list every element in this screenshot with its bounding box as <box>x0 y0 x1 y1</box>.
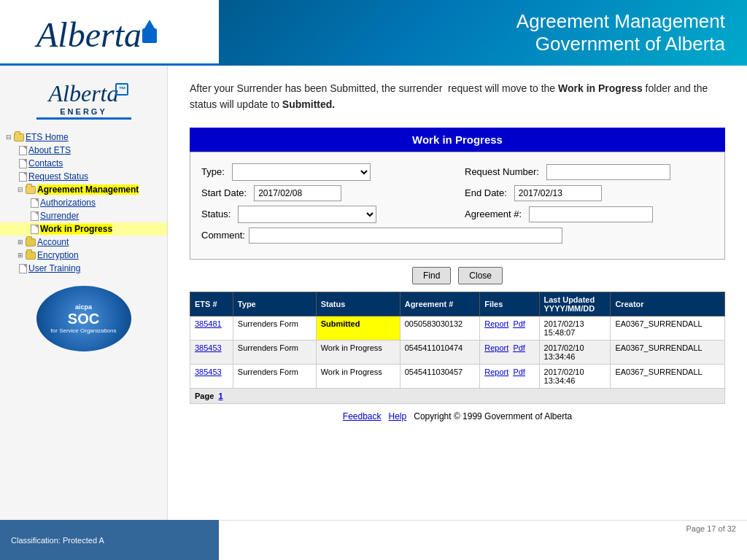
end-date-label: End Date: <box>465 187 511 198</box>
sidebar-label-surrender: Surrender <box>40 211 79 221</box>
col-header-ets: ETS # <box>190 292 233 316</box>
search-form: Type: Request Number: Start Date: <box>190 152 725 260</box>
sidebar-item-user-training[interactable]: User Training <box>0 262 167 275</box>
cell-updated-3: 2017/02/1013:34:46 <box>539 364 611 388</box>
type-select[interactable] <box>232 163 371 181</box>
sidebar-label-request-status: Request Status <box>28 171 88 182</box>
header: Alberta Agreement Management Government … <box>0 0 747 66</box>
report-link-1[interactable]: Report <box>484 319 508 328</box>
report-link-3[interactable]: Report <box>484 368 508 376</box>
table-page-row: Page 1 <box>190 388 725 403</box>
end-date-input[interactable] <box>514 185 602 201</box>
sidebar-item-authorizations[interactable]: Authorizations <box>0 196 167 209</box>
sidebar: Alberta ™ ENERGY ⊟ ETS Home About ETS Co… <box>0 66 168 532</box>
classification-text: Classification: Protected A <box>11 536 104 545</box>
pdf-link-2[interactable]: Pdf <box>513 343 525 352</box>
ets-link-3[interactable]: 385453 <box>195 368 222 376</box>
request-number-label: Request Number: <box>465 166 543 177</box>
sidebar-item-agreement-mgmt[interactable]: ⊟ Agreement Management <box>0 183 167 196</box>
page-number[interactable]: 1 <box>218 392 222 400</box>
agreement-label: Agreement #: <box>465 209 525 219</box>
cell-status-3: Work in Progress <box>316 364 400 388</box>
intro-paragraph: After your Surrender has been Submitted,… <box>190 80 725 113</box>
sidebar-item-request-status[interactable]: Request Status <box>0 170 167 183</box>
page-icon <box>31 198 39 208</box>
cell-type-1: Surrenders Form <box>233 316 316 340</box>
agreement-input[interactable] <box>529 206 653 222</box>
bold-submitted: Submitted. <box>282 98 335 110</box>
page-icon <box>19 146 27 155</box>
sidebar-item-encryption[interactable]: ⊞ Encryption <box>0 249 167 262</box>
page-row-cell: Page 1 <box>190 388 725 403</box>
form-col-end-date: End Date: <box>465 185 713 201</box>
header-title-area: Agreement Management Government of Alber… <box>219 0 747 66</box>
start-date-label: Start Date: <box>201 187 250 198</box>
page-label: Page <box>195 392 214 400</box>
sidebar-label-contacts: Contacts <box>28 158 63 168</box>
sidebar-alberta-text: Alberta <box>49 80 119 106</box>
find-button[interactable]: Find <box>412 267 451 284</box>
cell-ets-2: 385453 <box>190 340 233 364</box>
sidebar-item-account[interactable]: ⊞ Account <box>0 236 167 249</box>
cell-agreement-3: 0545411030457 <box>400 364 480 388</box>
col-header-creator: Creator <box>611 292 725 316</box>
sidebar-blue-bar <box>36 117 131 120</box>
form-col-start-date: Start Date: <box>201 185 450 201</box>
cell-updated-1: 2017/02/1315:48:07 <box>539 316 611 340</box>
sidebar-item-about-ets[interactable]: About ETS <box>0 144 167 157</box>
feedback-link[interactable]: Feedback <box>343 411 382 421</box>
form-row-4: Comment: <box>201 228 713 244</box>
ets-link-1[interactable]: 385481 <box>195 319 222 328</box>
cell-files-3: Report Pdf <box>480 364 539 388</box>
form-row-3: Status: Agreement #: <box>201 206 713 223</box>
cell-status-2: Work in Progress <box>316 340 400 364</box>
page-footer: Classification: Protected A Page 17 of 3… <box>0 520 747 560</box>
help-link[interactable]: Help <box>389 411 407 421</box>
table-row: 385481 Surrenders Form Submitted 0050583… <box>190 316 725 340</box>
start-date-input[interactable] <box>254 185 341 201</box>
cell-agreement-2: 0545411010474 <box>400 340 480 364</box>
sidebar-item-contacts[interactable]: Contacts <box>0 157 167 170</box>
sidebar-item-surrender[interactable]: Surrender <box>0 209 167 222</box>
aicpa-text: aicpa <box>75 303 92 311</box>
type-label: Type: <box>201 166 228 177</box>
folder-icon <box>26 252 36 260</box>
sidebar-item-ets-home[interactable]: ⊟ ETS Home <box>0 131 167 144</box>
form-buttons: Find Close <box>190 267 725 284</box>
page-icon <box>19 159 27 168</box>
ets-link-2[interactable]: 385453 <box>195 343 222 352</box>
sidebar-logo: Alberta ™ ENERGY <box>0 73 167 131</box>
results-table: ETS # Type Status Agreement # Files Last… <box>190 292 725 404</box>
expand-icon: ⊞ <box>18 252 23 259</box>
col-header-status: Status <box>316 292 400 316</box>
sidebar-label-encryption: Encryption <box>37 250 79 260</box>
soc-text: SOC <box>68 311 99 327</box>
comment-input[interactable] <box>249 228 562 244</box>
cell-ets-1: 385481 <box>190 316 233 340</box>
comment-label: Comment: <box>201 230 249 241</box>
cell-agreement-1: 0050583030132 <box>400 316 480 340</box>
sidebar-tm: ™ <box>115 83 128 96</box>
col-header-type: Type <box>233 292 316 316</box>
alberta-logo-svg: Alberta <box>29 7 190 58</box>
page-icon <box>31 211 39 221</box>
sidebar-label-work-in-progress: Work in Progress <box>40 224 112 234</box>
expand-icon: ⊞ <box>18 238 23 246</box>
cell-type-3: Surrenders Form <box>233 364 316 388</box>
sidebar-item-work-in-progress[interactable]: Work in Progress <box>0 222 167 236</box>
pdf-link-3[interactable]: Pdf <box>513 368 525 376</box>
soc-badge: aicpa SOC for Service Organizations <box>36 286 131 351</box>
folder-icon <box>26 238 36 246</box>
pdf-link-1[interactable]: Pdf <box>513 319 525 328</box>
bold-wip: Work in Progress <box>558 82 643 94</box>
status-label: Status: <box>201 209 234 219</box>
status-select[interactable] <box>238 206 376 223</box>
close-button[interactable]: Close <box>458 267 503 284</box>
cell-creator-1: EA0367_SURRENDALL <box>611 316 725 340</box>
report-link-2[interactable]: Report <box>484 343 508 352</box>
col-header-updated: Last UpdatedYYYY/MM/DD <box>539 292 611 316</box>
table-header-row: ETS # Type Status Agreement # Files Last… <box>190 292 725 316</box>
request-number-input[interactable] <box>546 164 670 180</box>
main-layout: Alberta ™ ENERGY ⊟ ETS Home About ETS Co… <box>0 66 747 532</box>
col-header-agreement: Agreement # <box>400 292 480 316</box>
